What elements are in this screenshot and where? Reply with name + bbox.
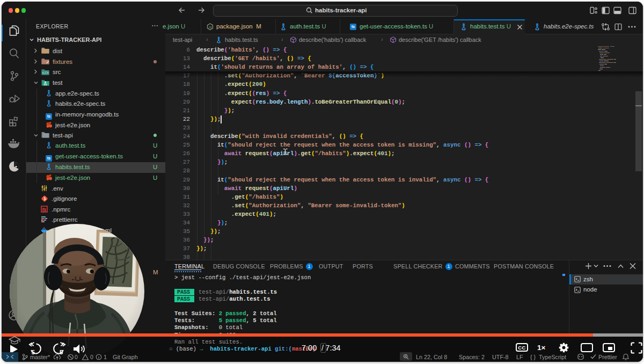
svg-text:0: 0	[75, 354, 78, 360]
svg-text:</>: </>	[42, 71, 49, 75]
svg-text:0: 0	[90, 354, 93, 360]
svg-text:JS: JS	[208, 26, 212, 29]
